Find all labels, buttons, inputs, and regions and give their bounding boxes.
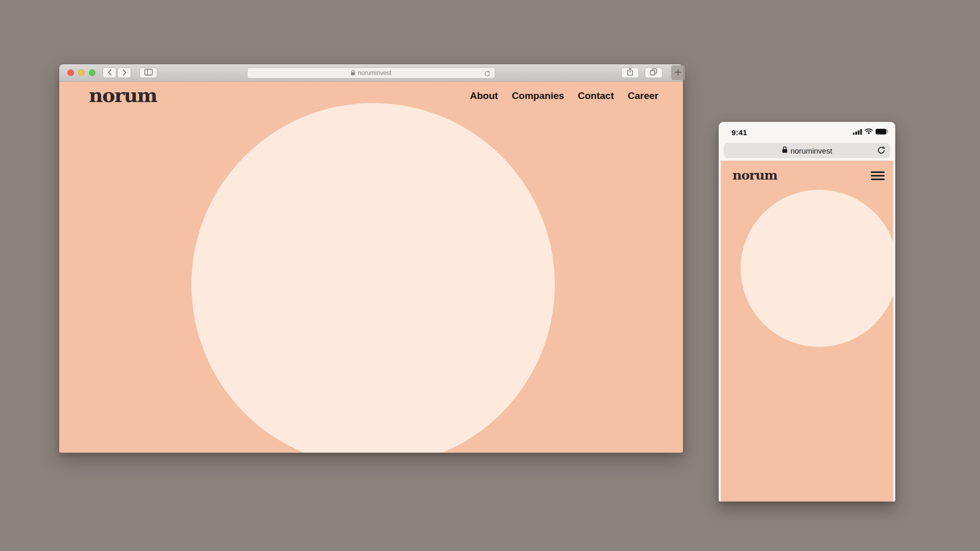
window-controls bbox=[67, 69, 95, 76]
mobile-address-bar[interactable]: noruminvest bbox=[724, 143, 890, 158]
wifi-icon bbox=[865, 128, 873, 137]
back-icon bbox=[108, 68, 112, 78]
history-nav-buttons bbox=[103, 67, 131, 78]
hamburger-icon bbox=[871, 179, 885, 180]
site-logo[interactable]: norum bbox=[89, 86, 157, 105]
nav-item-contact[interactable]: Contact bbox=[578, 90, 614, 102]
site-header: norum About Companies Contact Career bbox=[59, 82, 683, 105]
browser-toolbar: noruminvest bbox=[59, 64, 683, 82]
url-text: noruminvest bbox=[358, 69, 391, 77]
nav-item-career[interactable]: Career bbox=[628, 90, 658, 102]
status-time: 9:41 bbox=[731, 128, 747, 137]
tabs-button[interactable] bbox=[645, 67, 663, 78]
share-icon bbox=[627, 68, 633, 78]
share-button[interactable] bbox=[621, 67, 639, 78]
new-tab-button[interactable] bbox=[671, 65, 685, 80]
status-icons bbox=[853, 128, 888, 137]
mobile-site-logo[interactable]: norum bbox=[732, 169, 777, 182]
nav-item-companies[interactable]: Companies bbox=[512, 90, 564, 102]
mobile-url-text: noruminvest bbox=[791, 146, 832, 155]
desktop-page: norum About Companies Contact Career bbox=[59, 82, 683, 453]
mobile-hero-circle bbox=[741, 190, 893, 347]
status-bar: 9:41 bbox=[721, 122, 893, 140]
lock-icon bbox=[351, 68, 355, 78]
minimize-window-button[interactable] bbox=[78, 69, 85, 76]
forward-button[interactable] bbox=[117, 67, 131, 78]
forward-icon bbox=[122, 68, 127, 78]
close-window-button[interactable] bbox=[67, 69, 74, 76]
desktop-browser-window: noruminvest norum About Companies Contac… bbox=[59, 64, 683, 453]
plus-icon bbox=[675, 68, 681, 78]
mobile-page: norum bbox=[721, 161, 893, 502]
hamburger-menu-button[interactable] bbox=[871, 170, 885, 180]
lock-icon bbox=[782, 146, 788, 155]
mobile-site-header: norum bbox=[721, 161, 893, 182]
hamburger-icon bbox=[871, 171, 885, 173]
hamburger-icon bbox=[871, 175, 885, 177]
hero-circle bbox=[191, 103, 555, 453]
address-bar[interactable]: noruminvest bbox=[247, 67, 495, 79]
zoom-window-button[interactable] bbox=[89, 69, 95, 76]
battery-icon bbox=[875, 128, 888, 137]
reload-button[interactable] bbox=[484, 70, 491, 79]
sidebar-icon bbox=[144, 68, 153, 78]
cellular-signal-icon bbox=[853, 128, 862, 137]
toolbar-right-buttons bbox=[621, 67, 663, 78]
canvas: { "colors": { "canvas_bg": "#8b827e", "p… bbox=[0, 0, 980, 551]
nav-item-about[interactable]: About bbox=[470, 90, 498, 102]
back-button[interactable] bbox=[103, 67, 116, 78]
mobile-url-row: noruminvest bbox=[721, 140, 893, 161]
sidebar-toggle-button[interactable] bbox=[139, 67, 157, 78]
tabs-icon bbox=[650, 68, 657, 78]
main-nav: About Companies Contact Career bbox=[470, 90, 658, 102]
phone-frame: 9:41 noruminvest norum bbox=[719, 122, 895, 502]
mobile-reload-button[interactable] bbox=[877, 146, 886, 157]
